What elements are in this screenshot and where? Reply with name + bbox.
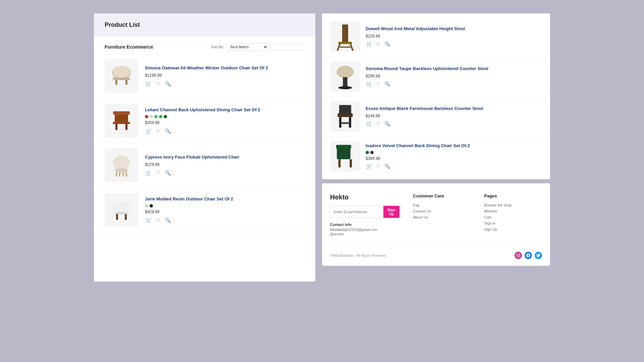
footer-col-title: Pages: [484, 193, 542, 198]
add-to-cart-button[interactable]: 🛒: [366, 163, 373, 170]
wishlist-button[interactable]: ♡: [155, 80, 161, 87]
product-actions: 🛒 ♡ 🔍: [145, 217, 305, 224]
product-image: [105, 193, 138, 227]
footer-link-wishlist[interactable]: Wishlist: [484, 209, 542, 213]
svg-line-25: [351, 44, 353, 50]
product-image: [105, 148, 138, 182]
footer-link-browse[interactable]: Browse the shop: [484, 203, 542, 207]
quick-view-button[interactable]: 🔍: [164, 80, 171, 87]
wishlist-button[interactable]: ♡: [375, 163, 381, 170]
add-to-cart-button[interactable]: 🛒: [366, 120, 373, 127]
svg-rect-35: [339, 122, 351, 124]
add-to-cart-button[interactable]: 🛒: [145, 80, 152, 87]
right-panel: Dowell Wood And Metal Adjustable Height …: [322, 13, 550, 266]
chair-icon: [108, 196, 135, 223]
footer-brand: Hekto Sign Up Contact Info Miladfadeghi2…: [330, 193, 399, 237]
add-to-cart-button[interactable]: 🛒: [145, 217, 152, 224]
sort-label: Sort By:: [211, 45, 224, 49]
product-image: [105, 59, 138, 93]
product-info: Cypress Ivory Faux Flokati Upholstered C…: [145, 154, 305, 176]
wishlist-button[interactable]: ♡: [155, 217, 161, 224]
footer-link-signup[interactable]: Sign Up: [484, 227, 542, 231]
quick-view-button[interactable]: 🔍: [164, 170, 171, 176]
quick-view-button[interactable]: 🔍: [164, 217, 171, 224]
add-to-cart-button[interactable]: 🛒: [145, 128, 152, 134]
color-swatch[interactable]: [150, 115, 153, 118]
sort-select[interactable]: Best Match Price: Low to High Price: Hig…: [227, 43, 268, 51]
footer-link-about-us[interactable]: About Us: [413, 215, 471, 219]
svg-rect-22: [342, 24, 348, 43]
add-to-cart-button[interactable]: 🛒: [145, 170, 152, 176]
product-info: Sonoma Round Taupe Backless Upholstered …: [366, 66, 542, 87]
color-swatch[interactable]: [150, 204, 153, 207]
color-swatch[interactable]: [366, 151, 369, 154]
svg-point-18: [113, 202, 129, 213]
facebook-icon[interactable]: [525, 252, 532, 259]
svg-point-11: [113, 156, 129, 169]
wishlist-button[interactable]: ♡: [375, 120, 381, 127]
wishlist-button[interactable]: ♡: [375, 41, 381, 47]
quick-view-button[interactable]: 🔍: [384, 163, 391, 170]
footer-link-signin[interactable]: Sign in: [484, 221, 542, 225]
quick-view-button[interactable]: 🔍: [384, 80, 391, 87]
svg-point-28: [338, 67, 353, 77]
signup-button[interactable]: Sign Up: [383, 206, 399, 218]
quick-view-button[interactable]: 🔍: [384, 120, 391, 127]
product-name: Simona Oatmeal All Weather Wicker Outdoo…: [145, 65, 305, 71]
contact-email: Miladfadeghi23223@gmail.com: [330, 228, 399, 232]
contact-info-title: Contact Info: [330, 223, 399, 227]
color-swatch[interactable]: [159, 115, 162, 118]
product-info: Simona Oatmeal All Weather Wicker Outdoo…: [145, 65, 305, 87]
product-actions: 🛒 ♡ 🔍: [366, 120, 542, 127]
product-image: [330, 141, 360, 171]
svg-rect-5: [115, 113, 128, 123]
instagram-icon[interactable]: [515, 252, 522, 259]
list-item: Leilani Channel Back Upholstered Dining …: [94, 99, 315, 143]
color-swatch[interactable]: [154, 115, 158, 118]
wishlist-button[interactable]: ♡: [155, 170, 161, 176]
list-item: Dowell Wood And Metal Adjustable Height …: [322, 17, 550, 57]
product-image: [105, 104, 138, 137]
list-item: Cypress Ivory Faux Flokati Upholstered C…: [94, 143, 315, 188]
product-price: $229.99: [145, 162, 305, 167]
product-info: Jarle Molded Resin Outdoor Chair Set Of …: [145, 196, 305, 224]
product-name: Dowell Wood And Metal Adjustable Height …: [366, 26, 542, 32]
stool-icon: [330, 61, 360, 92]
products-right: Dowell Wood And Metal Adjustable Height …: [322, 13, 550, 179]
list-item: Simona Oatmeal All Weather Wicker Outdoo…: [94, 54, 315, 99]
footer-col-title: Customer Care: [413, 193, 471, 198]
footer-link-faq[interactable]: Faq: [413, 203, 471, 207]
social-icons: [515, 252, 542, 259]
footer-link-contact-us[interactable]: Contact Us: [413, 209, 471, 213]
color-swatch[interactable]: [164, 115, 167, 118]
add-to-cart-button[interactable]: 🛒: [366, 41, 373, 47]
svg-point-4: [113, 66, 130, 78]
brand-name: Hekto: [330, 193, 399, 201]
color-swatch[interactable]: [145, 204, 148, 207]
product-actions: 🛒 ♡ 🔍: [366, 80, 542, 87]
svg-rect-8: [125, 123, 127, 130]
footer-pages: Pages Browse the shop Wishlist Cart Sign…: [484, 193, 542, 237]
product-image: [330, 101, 360, 131]
wishlist-button[interactable]: ♡: [155, 128, 161, 134]
stool-icon: [330, 101, 360, 131]
footer-top: Hekto Sign Up Contact Info Miladfadeghi2…: [330, 193, 542, 237]
product-name: Sonoma Round Taupe Backless Upholstered …: [366, 66, 542, 72]
color-swatch[interactable]: [370, 151, 374, 154]
search-input[interactable]: [271, 44, 305, 50]
footer-link-cart[interactable]: Cart: [484, 215, 542, 219]
twitter-icon[interactable]: [535, 252, 542, 259]
svg-rect-37: [336, 145, 351, 148]
svg-line-24: [338, 44, 340, 50]
product-actions: 🛒 ♡ 🔍: [145, 80, 305, 87]
page-wrapper: Product List Furniture Ecommerce Sort By…: [94, 13, 550, 282]
quick-view-button[interactable]: 🔍: [164, 128, 171, 134]
color-swatch[interactable]: [145, 115, 148, 118]
add-to-cart-button[interactable]: 🛒: [366, 80, 373, 87]
wishlist-button[interactable]: ♡: [375, 80, 381, 87]
product-info: Dowell Wood And Metal Adjustable Height …: [366, 26, 542, 47]
svg-rect-32: [339, 105, 351, 114]
email-input[interactable]: [330, 206, 383, 218]
quick-view-button[interactable]: 🔍: [384, 41, 391, 47]
color-swatches: [366, 151, 542, 154]
